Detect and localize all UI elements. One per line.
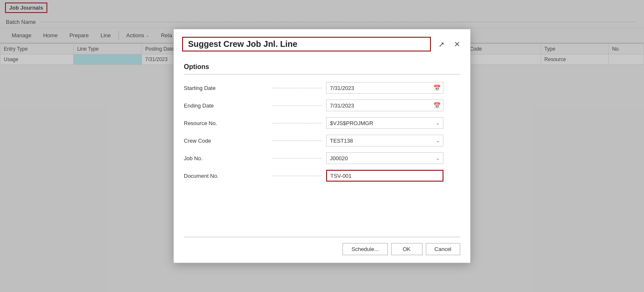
document-no-label: Document No.: [184, 173, 268, 179]
modal-dialog: Suggest Crew Job Jnl. Line ➚ ✕ Options S…: [173, 29, 471, 263]
resource-no-chevron-icon: ⌄: [436, 120, 440, 126]
starting-date-input-wrapper[interactable]: 📅: [326, 82, 443, 94]
document-no-dotted: [272, 176, 322, 176]
modal-footer: Schedule... OK Cancel: [174, 231, 470, 263]
crew-code-select[interactable]: TEST138 ⌄: [326, 135, 443, 146]
document-no-input[interactable]: [326, 170, 443, 182]
resource-no-label: Resource No.: [184, 120, 268, 126]
crew-code-value: TEST138: [330, 138, 353, 144]
modal-overlay: Suggest Crew Job Jnl. Line ➚ ✕ Options S…: [0, 0, 644, 292]
modal-close-button[interactable]: ✕: [452, 40, 462, 49]
calendar-icon-starting[interactable]: 📅: [431, 85, 443, 91]
footer-divider: [184, 237, 460, 237]
ending-date-input-wrapper[interactable]: 📅: [326, 100, 443, 111]
resource-no-dotted: [272, 123, 322, 123]
job-no-row: Job No. J00020 ⌄: [184, 151, 460, 165]
starting-date-row: Starting Date 📅: [184, 81, 460, 95]
job-no-select[interactable]: J00020 ⌄: [326, 152, 443, 164]
options-divider: [184, 74, 460, 74]
page-background: Job Journals Batch Name Manage Home Prep…: [0, 0, 644, 292]
modal-title: Suggest Crew Job Jnl. Line: [182, 37, 431, 51]
starting-date-label: Starting Date: [184, 85, 268, 91]
close-icon: ✕: [454, 40, 460, 49]
crew-code-label: Crew Code: [184, 138, 268, 144]
ending-date-input[interactable]: [327, 100, 431, 111]
options-section-title: Options: [184, 63, 460, 71]
job-no-dotted: [272, 158, 322, 159]
ending-date-dotted: [272, 105, 322, 106]
resource-no-value: $VJS$PROJMGR: [330, 120, 373, 126]
document-no-row: Document No.: [184, 169, 460, 182]
job-no-chevron-icon: ⌄: [436, 156, 440, 161]
modal-header-icons: ➚ ✕: [437, 40, 462, 49]
crew-code-chevron-icon: ⌄: [436, 138, 440, 143]
job-no-value: J00020: [330, 155, 348, 161]
modal-body: Options Starting Date 📅 Ending Date: [174, 56, 470, 231]
job-no-label: Job No.: [184, 155, 268, 161]
ending-date-label: Ending Date: [184, 102, 268, 109]
crew-code-dotted: [272, 141, 322, 141]
starting-date-dotted: [272, 88, 322, 88]
footer-buttons: Schedule... OK Cancel: [184, 243, 460, 255]
crew-code-row: Crew Code TEST138 ⌄: [184, 134, 460, 147]
cancel-button[interactable]: Cancel: [426, 243, 460, 255]
resource-no-select[interactable]: $VJS$PROJMGR ⌄: [326, 117, 443, 129]
expand-icon: ➚: [438, 40, 445, 49]
starting-date-input[interactable]: [327, 82, 431, 93]
modal-expand-button[interactable]: ➚: [437, 40, 446, 49]
calendar-icon-ending[interactable]: 📅: [431, 102, 443, 109]
ok-button[interactable]: OK: [391, 243, 422, 255]
resource-no-row: Resource No. $VJS$PROJMGR ⌄: [184, 116, 460, 130]
schedule-button[interactable]: Schedule...: [343, 243, 387, 255]
modal-header: Suggest Crew Job Jnl. Line ➚ ✕: [174, 29, 470, 56]
ending-date-row: Ending Date 📅: [184, 99, 460, 112]
